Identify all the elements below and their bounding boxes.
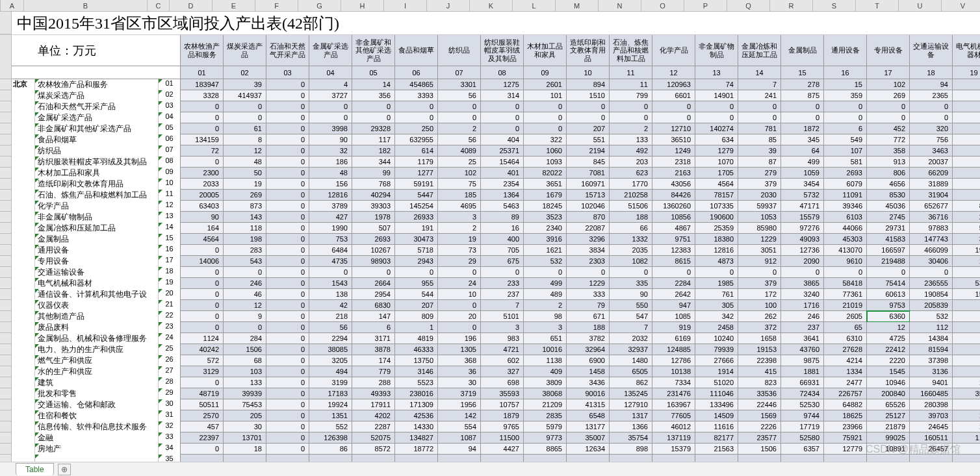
data-cell[interactable]: 233 [481, 278, 524, 289]
data-cell[interactable]: 1334 [824, 366, 867, 377]
data-cell[interactable]: 489 [524, 289, 567, 300]
data-cell[interactable]: 160971 [567, 179, 610, 190]
data-cell[interactable] [953, 157, 980, 168]
data-cell[interactable]: 2693 [824, 168, 867, 179]
data-cell[interactable]: 143 [224, 212, 266, 223]
data-cell[interactable]: 0 [652, 101, 695, 112]
sector-name-cell[interactable]: 其他制造产品 [35, 311, 159, 322]
data-cell[interactable]: 280398 [910, 399, 953, 410]
sector-code-cell[interactable]: 33 [159, 432, 181, 444]
data-cell[interactable]: 344 [352, 157, 395, 168]
sector-name-cell[interactable]: 专用设备 [35, 256, 159, 267]
data-cell[interactable]: 17183 [309, 388, 352, 399]
data-cell[interactable]: 6 [352, 322, 395, 333]
data-cell[interactable]: 1189 [953, 432, 980, 444]
column-letter[interactable]: E [213, 0, 255, 11]
data-cell[interactable]: 0 [266, 123, 309, 134]
data-cell[interactable]: 356 [352, 90, 395, 101]
data-cell[interactable]: 1060 [524, 145, 567, 157]
data-cell[interactable]: 133 [610, 134, 652, 145]
data-cell[interactable]: 0 [266, 377, 309, 388]
data-cell[interactable] [953, 112, 980, 123]
data-cell[interactable]: 507 [352, 223, 395, 234]
sector-name-cell[interactable]: 煤炭采选产品 [35, 90, 159, 101]
data-cell[interactable]: 17719 [781, 421, 824, 432]
column-letter[interactable]: C [148, 0, 170, 11]
data-cell[interactable]: 78157 [695, 190, 738, 201]
data-cell[interactable]: 172 [738, 289, 781, 300]
data-cell[interactable]: 39 [224, 79, 266, 90]
column-letter[interactable]: A [1, 0, 24, 11]
sector-name-cell[interactable]: 金属制品、机械和设备修理服务 [35, 333, 159, 344]
data-cell[interactable]: 768 [352, 179, 395, 190]
data-cell[interactable]: 2601 [524, 79, 567, 90]
data-cell[interactable]: 414937 [224, 90, 266, 101]
region-cell[interactable] [12, 278, 35, 289]
data-cell[interactable]: 7081 [567, 168, 610, 179]
data-cell[interactable]: 1545 [867, 366, 910, 377]
region-cell[interactable] [12, 399, 35, 410]
data-cell[interactable]: 1506 [738, 444, 781, 455]
data-cell[interactable]: 85980 [738, 223, 781, 234]
data-cell[interactable]: 4867 [652, 223, 695, 234]
region-cell[interactable] [12, 322, 35, 333]
data-cell[interactable]: 48 [224, 157, 266, 168]
data-cell[interactable]: 551 [567, 134, 610, 145]
data-cell[interactable]: 345 [781, 134, 824, 145]
column-letter[interactable]: M [556, 0, 599, 11]
data-cell[interactable]: 652677 [910, 201, 953, 212]
data-cell[interactable]: 190854 [910, 289, 953, 300]
data-cell[interactable]: 10240 [695, 333, 738, 344]
data-cell[interactable]: 25371 [481, 145, 524, 157]
data-cell[interactable]: 454865 [395, 79, 438, 90]
data-cell[interactable]: 0 [266, 388, 309, 399]
data-cell[interactable]: 18625 [824, 410, 867, 421]
column-letter[interactable]: R [770, 0, 813, 11]
data-cell[interactable]: 2303 [567, 256, 610, 267]
data-cell[interactable]: 182 [352, 145, 395, 157]
data-cell[interactable]: 368 [438, 355, 481, 366]
data-cell[interactable]: 86 [309, 444, 352, 455]
data-cell[interactable]: 0 [524, 101, 567, 112]
data-cell[interactable]: 0 [652, 112, 695, 123]
data-cell[interactable]: 7 [738, 79, 781, 90]
data-cell[interactable]: 0 [224, 267, 266, 278]
data-cell[interactable]: 203 [610, 157, 652, 168]
data-cell[interactable]: 147 [352, 311, 395, 322]
data-cell[interactable]: 205839 [910, 300, 953, 311]
data-cell[interactable]: 2035 [610, 245, 652, 256]
data-cell[interactable]: 1510 [567, 90, 610, 101]
data-cell[interactable]: 947 [652, 300, 695, 311]
data-cell[interactable]: 5523 [395, 377, 438, 388]
data-cell[interactable]: 164 [181, 223, 224, 234]
data-cell[interactable]: 18 [224, 444, 266, 455]
data-cell[interactable]: 51020 [695, 377, 738, 388]
data-cell[interactable]: 97276 [781, 223, 824, 234]
data-cell[interactable]: 56 [309, 322, 352, 333]
data-cell[interactable]: 401 [481, 168, 524, 179]
data-cell[interactable]: 675 [481, 256, 524, 267]
data-cell[interactable]: 554 [438, 421, 481, 432]
sector-code-cell[interactable]: 31 [159, 410, 181, 421]
data-cell[interactable]: 39 [738, 145, 781, 157]
sector-code-cell[interactable]: 08 [159, 157, 181, 168]
data-cell[interactable]: 32964 [567, 344, 610, 355]
data-cell[interactable]: 31904 [910, 190, 953, 201]
data-cell[interactable]: 2030 [738, 190, 781, 201]
data-cell[interactable]: 0 [266, 212, 309, 223]
region-cell[interactable] [12, 201, 35, 212]
data-cell[interactable]: 823 [738, 377, 781, 388]
data-cell[interactable]: 0 [352, 101, 395, 112]
data-cell[interactable]: 457 [181, 421, 224, 432]
data-cell[interactable]: 8572 [352, 444, 395, 455]
data-cell[interactable]: 22446 [738, 399, 781, 410]
data-cell[interactable]: 48 [309, 168, 352, 179]
sector-code-cell[interactable]: 20 [159, 289, 181, 300]
data-cell[interactable]: 1277 [395, 168, 438, 179]
data-cell[interactable]: 14509 [695, 410, 738, 421]
data-cell[interactable]: 45036 [867, 201, 910, 212]
data-cell[interactable]: 0 [438, 101, 481, 112]
data-cell[interactable]: 0 [266, 333, 309, 344]
data-cell[interactable]: 218 [309, 311, 352, 322]
data-cell[interactable]: 0 [824, 101, 867, 112]
